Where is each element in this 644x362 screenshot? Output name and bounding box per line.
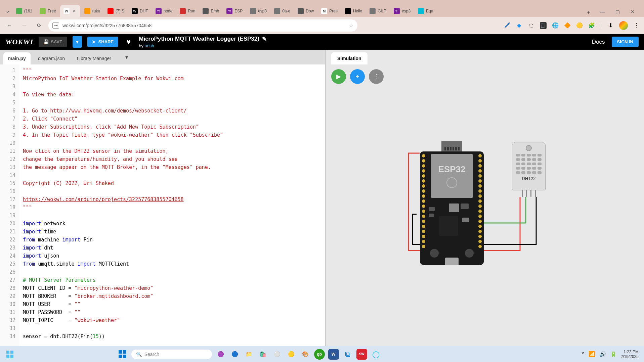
browser-tab[interactable]: Dow bbox=[294, 5, 317, 17]
tab-favicon: Y! bbox=[226, 8, 232, 14]
tab-title: (161 bbox=[24, 9, 32, 13]
tab-title: Emb bbox=[211, 9, 219, 13]
window-maximize[interactable]: ▢ bbox=[611, 6, 624, 17]
ext-icon-1[interactable]: 🖊️ bbox=[504, 22, 510, 29]
simulation-panel: Simulation ▶ + ⋮ bbox=[326, 50, 644, 346]
author-link[interactable]: urish bbox=[145, 43, 154, 48]
browser-menu-icon[interactable]: ⋮ bbox=[633, 22, 640, 29]
browser-tab[interactable]: MPres bbox=[318, 5, 341, 17]
browser-tab[interactable]: Equ bbox=[415, 5, 436, 17]
edge-icon[interactable]: 🔵 bbox=[229, 349, 240, 360]
tray-chevron-icon[interactable]: ^ bbox=[582, 351, 585, 357]
ext-icon-4[interactable]: ⬚ bbox=[540, 22, 547, 29]
browser-tab[interactable]: 0a-e bbox=[271, 5, 294, 17]
add-component-button[interactable]: + bbox=[350, 69, 365, 84]
save-dropdown[interactable]: ▾ bbox=[73, 36, 82, 48]
usb-port-icon bbox=[445, 258, 459, 265]
address-bar[interactable]: ⊶ wokwi.com/projects/322577683855704658 … bbox=[48, 19, 357, 32]
play-button[interactable]: ▶ bbox=[331, 69, 346, 84]
tab-title: (7) S bbox=[116, 9, 124, 13]
ext-icon-7[interactable]: 🟡 bbox=[576, 22, 583, 29]
code-editor[interactable]: 1234567891011121314151617181920212223242… bbox=[0, 64, 325, 346]
editor-panel: main.pydiagram.jsonLibrary Manager ▾ 123… bbox=[0, 50, 326, 346]
solidworks-icon[interactable]: SW bbox=[356, 349, 367, 360]
url-text: wokwi.com/projects/322577683855704658 bbox=[62, 23, 346, 28]
browser-tab[interactable]: WDHT bbox=[128, 5, 152, 17]
ext-icon-2[interactable]: ◆ bbox=[516, 22, 522, 29]
copilot-icon[interactable]: 🟣 bbox=[215, 349, 226, 360]
esp32-chip-label: ESP32 bbox=[438, 164, 466, 175]
dht22-sensor[interactable]: DHT22 bbox=[512, 142, 546, 197]
window-minimize[interactable]: — bbox=[596, 6, 609, 17]
start-button[interactable] bbox=[117, 349, 128, 360]
simulation-tab[interactable]: Simulation bbox=[331, 52, 368, 64]
editor-tab-main-py[interactable]: main.py bbox=[3, 52, 31, 64]
browser-tab[interactable]: Emb bbox=[199, 5, 222, 17]
widgets-button[interactable] bbox=[5, 350, 15, 359]
dell-icon[interactable]: ⚪ bbox=[272, 349, 283, 360]
wifi-icon[interactable]: 📶 bbox=[589, 351, 595, 357]
browser-tab[interactable]: Run bbox=[176, 5, 199, 17]
wokwi-logo[interactable]: WOKWI bbox=[5, 38, 33, 46]
esp32-en-button[interactable] bbox=[430, 249, 439, 258]
taskbar-clock[interactable]: 1:23 PM 2/19/2025 bbox=[621, 350, 639, 359]
simulation-canvas[interactable]: ESP32 bbox=[326, 89, 644, 346]
ext-icon-6[interactable]: 🔶 bbox=[564, 22, 571, 29]
quickbooks-icon[interactable]: qb bbox=[314, 349, 325, 360]
tab-menu-icon[interactable]: ▾ bbox=[123, 51, 131, 63]
ext-icon-5[interactable]: 🌐 bbox=[552, 22, 559, 29]
browser-tab[interactable]: esp3 bbox=[247, 5, 270, 17]
espressif-logo-icon bbox=[446, 177, 457, 188]
tab-favicon: W bbox=[63, 8, 70, 14]
browser-tab[interactable]: (7) S bbox=[104, 5, 128, 17]
battery-icon[interactable]: 🔋 bbox=[610, 351, 617, 357]
nav-reload[interactable]: ⟳ bbox=[34, 20, 44, 31]
code-content[interactable]: """MicroPython IoT Weather Station Examp… bbox=[19, 64, 325, 346]
app-icon-2[interactable]: ◯ bbox=[371, 349, 381, 360]
browser-tab[interactable]: Free bbox=[36, 5, 59, 17]
app-icon-1[interactable]: 🎨 bbox=[300, 349, 311, 360]
windows-taskbar: 🔍 Search 🟣 🔵 📁 🛍️ ⚪ 🟡 🎨 qb W ⧉ SW ◯ ^ 📶 … bbox=[0, 346, 644, 362]
browser-tab[interactable]: (161 bbox=[13, 5, 36, 17]
ext-icon-3[interactable]: ◌ bbox=[528, 22, 534, 29]
site-info-icon[interactable]: ⊶ bbox=[52, 22, 59, 29]
nav-back[interactable]: ← bbox=[4, 20, 15, 31]
bookmark-star-icon[interactable]: ☆ bbox=[349, 23, 353, 28]
docs-link[interactable]: Docs bbox=[592, 39, 605, 45]
nav-forward[interactable]: → bbox=[19, 20, 30, 31]
esp32-boot-button[interactable] bbox=[465, 249, 474, 258]
save-button[interactable]: 💾 SAVE bbox=[39, 37, 67, 47]
editor-tab-Library-Manager[interactable]: Library Manager bbox=[72, 52, 116, 64]
browser-tab[interactable]: ruku bbox=[81, 5, 103, 17]
esp32-board[interactable]: ESP32 bbox=[420, 141, 484, 265]
tab-search-icon[interactable] bbox=[3, 7, 13, 17]
browser-tab[interactable]: Y!node bbox=[152, 5, 176, 17]
profile-avatar[interactable] bbox=[619, 21, 628, 30]
browser-tab[interactable]: W✕ bbox=[60, 5, 80, 17]
signin-button[interactable]: SIGN IN bbox=[612, 37, 639, 47]
browser-tab[interactable]: Git T bbox=[366, 5, 390, 17]
edit-title-icon[interactable]: ✎ bbox=[262, 36, 267, 43]
volume-icon[interactable]: 🔊 bbox=[599, 351, 606, 357]
browser-tab[interactable]: Y!ESP bbox=[223, 5, 246, 17]
downloads-icon[interactable]: ⬇ bbox=[607, 22, 614, 29]
browser-tab[interactable]: Hello bbox=[342, 5, 366, 17]
tab-title: node bbox=[164, 9, 173, 13]
store-icon[interactable]: 🛍️ bbox=[258, 349, 268, 360]
sim-menu-button[interactable]: ⋮ bbox=[369, 69, 384, 84]
window-close[interactable]: ✕ bbox=[627, 6, 639, 17]
extensions-icon[interactable]: 🧩 bbox=[588, 22, 595, 29]
tab-title: ESP bbox=[234, 9, 243, 13]
new-tab-button[interactable]: + bbox=[584, 8, 593, 17]
word-icon[interactable]: W bbox=[328, 349, 339, 360]
share-button[interactable]: ➤ SHARE bbox=[87, 37, 119, 47]
taskbar-search[interactable]: 🔍 Search bbox=[131, 350, 212, 359]
tab-close-icon[interactable]: ✕ bbox=[72, 8, 77, 14]
editor-tab-diagram-json[interactable]: diagram.json bbox=[33, 52, 70, 64]
vscode-icon[interactable]: ⧉ bbox=[342, 349, 353, 360]
tab-favicon bbox=[108, 8, 114, 14]
explorer-icon[interactable]: 📁 bbox=[244, 349, 254, 360]
favorite-button[interactable]: ♥ bbox=[124, 38, 133, 46]
chrome-icon[interactable]: 🟡 bbox=[286, 349, 297, 360]
browser-tab[interactable]: Y!esp3 bbox=[390, 5, 414, 17]
